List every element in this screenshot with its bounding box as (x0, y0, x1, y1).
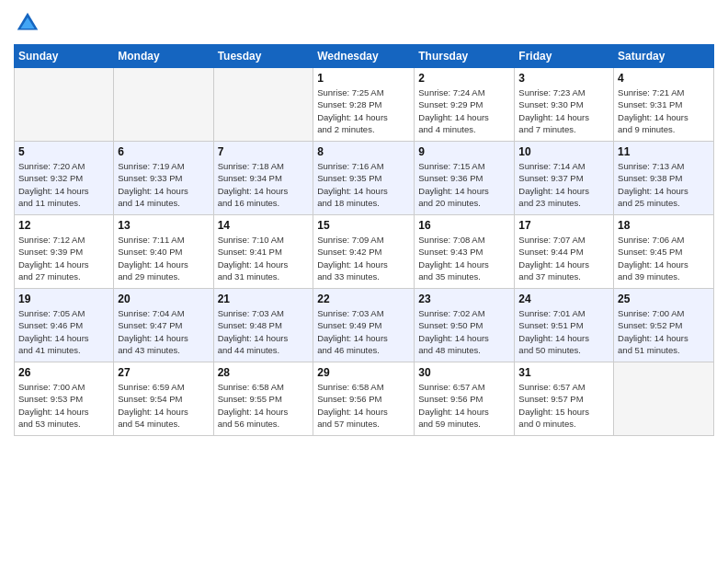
day-info: Sunrise: 6:59 AMSunset: 9:54 PMDaylight:… (118, 381, 209, 430)
day-info-line: and 33 minutes. (317, 270, 410, 282)
day-info-line: and 56 minutes. (218, 418, 310, 430)
calendar-cell: 24Sunrise: 7:01 AMSunset: 9:51 PMDayligh… (515, 289, 614, 362)
day-info-line: and 35 minutes. (418, 270, 510, 282)
day-info-line: Sunrise: 7:05 AM (18, 307, 109, 319)
day-number: 24 (518, 293, 609, 305)
day-info-line: and 4 minutes. (418, 123, 510, 135)
calendar-cell: 18Sunrise: 7:06 AMSunset: 9:45 PMDayligh… (614, 215, 714, 289)
calendar-cell: 9Sunrise: 7:15 AMSunset: 9:36 PMDaylight… (415, 142, 515, 215)
day-info-line: and 31 minutes. (218, 270, 310, 282)
week-row-3: 12Sunrise: 7:12 AMSunset: 9:39 PMDayligh… (15, 215, 714, 289)
day-info-line: Sunset: 9:36 PM (418, 172, 510, 184)
day-info-line: Daylight: 14 hours (618, 185, 710, 197)
day-info-line: Sunset: 9:37 PM (518, 172, 609, 184)
logo (14, 9, 45, 37)
day-info-line: and 14 minutes. (118, 197, 209, 209)
day-info-line: and 57 minutes. (317, 418, 410, 430)
calendar-cell: 4Sunrise: 7:21 AMSunset: 9:31 PMDaylight… (614, 68, 714, 142)
day-info-line: and 39 minutes. (618, 270, 710, 282)
calendar-cell: 8Sunrise: 7:16 AMSunset: 9:35 PMDaylight… (313, 142, 415, 215)
day-info-line: and 29 minutes. (118, 270, 209, 282)
day-info: Sunrise: 7:15 AMSunset: 9:36 PMDaylight:… (418, 160, 510, 209)
day-number: 10 (518, 145, 609, 158)
day-info-line: Sunset: 9:49 PM (317, 319, 410, 331)
day-info-line: Daylight: 14 hours (18, 332, 109, 344)
day-number: 28 (218, 366, 310, 379)
day-info-line: Sunrise: 7:19 AM (118, 160, 209, 172)
day-info-line: Sunset: 9:30 PM (518, 98, 609, 110)
day-info-line: Sunrise: 7:03 AM (218, 307, 310, 319)
day-info-line: and 50 minutes. (518, 344, 609, 356)
calendar-cell: 23Sunrise: 7:02 AMSunset: 9:50 PMDayligh… (415, 289, 515, 362)
day-info: Sunrise: 7:05 AMSunset: 9:46 PMDaylight:… (18, 307, 109, 356)
day-number: 9 (418, 145, 510, 158)
day-number: 16 (418, 219, 510, 232)
day-info-line: and 7 minutes. (518, 123, 609, 135)
day-info-line: Sunset: 9:45 PM (618, 246, 710, 258)
calendar-cell: 7Sunrise: 7:18 AMSunset: 9:34 PMDaylight… (213, 142, 313, 215)
day-info-line: Sunset: 9:52 PM (618, 319, 710, 331)
day-info-line: and 43 minutes. (118, 344, 209, 356)
day-info-line: Sunrise: 7:10 AM (218, 234, 310, 246)
day-info: Sunrise: 7:21 AMSunset: 9:31 PMDaylight:… (618, 86, 710, 135)
day-info-line: and 18 minutes. (317, 197, 410, 209)
day-number: 6 (118, 145, 209, 158)
day-number: 3 (518, 72, 609, 85)
day-info-line: Daylight: 14 hours (518, 332, 609, 344)
day-info-line: Daylight: 14 hours (418, 185, 510, 197)
day-info-line: and 48 minutes. (418, 344, 510, 356)
day-info-line: Sunrise: 7:21 AM (618, 86, 710, 98)
day-info-line: Sunrise: 7:09 AM (317, 234, 410, 246)
day-info-line: Daylight: 14 hours (518, 185, 609, 197)
day-info: Sunrise: 7:07 AMSunset: 9:44 PMDaylight:… (518, 234, 609, 282)
calendar-cell: 28Sunrise: 6:58 AMSunset: 9:55 PMDayligh… (213, 362, 313, 436)
day-info-line: Daylight: 14 hours (317, 332, 410, 344)
weekday-header-saturday: Saturday (614, 45, 714, 68)
calendar-cell (15, 68, 114, 142)
day-info-line: Daylight: 14 hours (618, 111, 710, 123)
calendar-cell: 29Sunrise: 6:58 AMSunset: 9:56 PMDayligh… (313, 362, 415, 436)
calendar-cell: 1Sunrise: 7:25 AMSunset: 9:28 PMDaylight… (313, 68, 415, 142)
day-info-line: and 59 minutes. (418, 418, 510, 430)
day-info-line: Sunrise: 7:25 AM (317, 86, 410, 98)
calendar-table: SundayMondayTuesdayWednesdayThursdayFrid… (14, 44, 714, 436)
day-info-line: Daylight: 14 hours (218, 406, 310, 418)
calendar-cell: 25Sunrise: 7:00 AMSunset: 9:52 PMDayligh… (614, 289, 714, 362)
day-info-line: Daylight: 14 hours (418, 332, 510, 344)
day-number: 4 (618, 72, 710, 85)
day-info-line: Sunset: 9:38 PM (618, 172, 710, 184)
day-number: 30 (418, 366, 510, 379)
day-info-line: and 20 minutes. (418, 197, 510, 209)
day-info-line: Sunset: 9:48 PM (218, 319, 310, 331)
day-info-line: Sunrise: 6:57 AM (418, 381, 510, 393)
day-info-line: Daylight: 14 hours (118, 185, 209, 197)
day-info-line: Daylight: 14 hours (418, 259, 510, 270)
day-info-line: Sunset: 9:54 PM (118, 393, 209, 405)
day-info: Sunrise: 6:57 AMSunset: 9:56 PMDaylight:… (418, 381, 510, 430)
day-info-line: and 44 minutes. (218, 344, 310, 356)
day-number: 13 (118, 219, 209, 232)
day-info-line: Daylight: 14 hours (518, 259, 609, 270)
day-info: Sunrise: 7:16 AMSunset: 9:35 PMDaylight:… (317, 160, 410, 209)
day-info-line: Sunset: 9:31 PM (618, 98, 710, 110)
calendar-cell: 30Sunrise: 6:57 AMSunset: 9:56 PMDayligh… (415, 362, 515, 436)
day-info-line: Sunrise: 6:59 AM (118, 381, 209, 393)
day-number: 31 (518, 366, 609, 379)
day-info: Sunrise: 7:06 AMSunset: 9:45 PMDaylight:… (618, 234, 710, 282)
day-info-line: Sunset: 9:33 PM (118, 172, 209, 184)
day-info-line: Daylight: 14 hours (518, 111, 609, 123)
day-info-line: Sunrise: 7:00 AM (618, 307, 710, 319)
day-info-line: Daylight: 14 hours (618, 332, 710, 344)
calendar-cell: 22Sunrise: 7:03 AMSunset: 9:49 PMDayligh… (313, 289, 415, 362)
day-info-line: Daylight: 14 hours (317, 406, 410, 418)
day-info-line: Sunrise: 7:11 AM (118, 234, 209, 246)
calendar-cell: 21Sunrise: 7:03 AMSunset: 9:48 PMDayligh… (213, 289, 313, 362)
day-info-line: Sunrise: 7:23 AM (518, 86, 609, 98)
day-info-line: Daylight: 14 hours (317, 185, 410, 197)
day-info-line: Daylight: 14 hours (18, 259, 109, 270)
day-info-line: Daylight: 14 hours (317, 259, 410, 270)
day-info-line: Sunrise: 7:02 AM (418, 307, 510, 319)
day-info: Sunrise: 7:13 AMSunset: 9:38 PMDaylight:… (618, 160, 710, 209)
day-info-line: and 9 minutes. (618, 123, 710, 135)
day-number: 22 (317, 293, 410, 305)
